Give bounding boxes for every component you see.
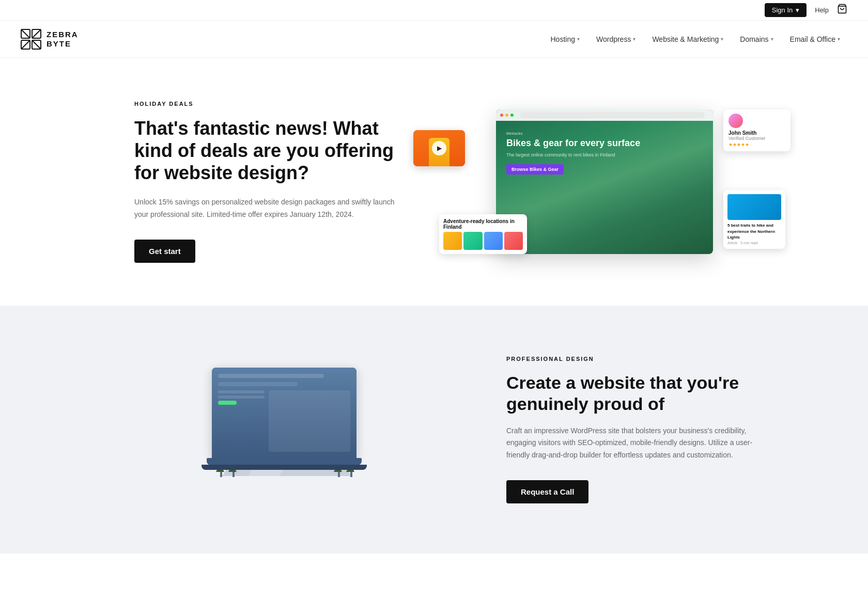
url-bar xyxy=(520,112,705,118)
section2-content: PROFESSIONAL DESIGN Create a website tha… xyxy=(506,356,775,503)
mockup-content: lifetracks Bikes & gear for every surfac… xyxy=(496,121,713,185)
tree-trunk xyxy=(338,472,340,477)
reviewer-stars: ★★★★★ xyxy=(729,142,785,147)
screen-item-2 xyxy=(218,396,265,399)
hero-cta-button[interactable]: Get start xyxy=(134,240,195,263)
article-title: 5 best trails to hike and experience the… xyxy=(727,223,781,240)
logo[interactable]: ZEBRA BYTE xyxy=(21,29,79,50)
svg-line-2 xyxy=(21,29,30,38)
location-thumb-2 xyxy=(463,232,482,250)
laptop-illustration xyxy=(191,362,377,497)
hero-mockup: lifetracks Bikes & gear for every surfac… xyxy=(496,109,713,254)
hero-title: That's fantastic news! What kind of deal… xyxy=(134,117,403,184)
section2: PROFESSIONAL DESIGN Create a website tha… xyxy=(0,306,868,553)
sign-in-label: Sign In xyxy=(772,6,793,14)
svg-line-4 xyxy=(32,29,41,38)
laptop-screen xyxy=(212,368,357,458)
signin-dropdown-icon: ▾ xyxy=(796,6,799,14)
nav-email-label: Email & Office xyxy=(790,35,835,43)
tree-trunk xyxy=(350,472,352,477)
section2-visual xyxy=(93,347,475,512)
section2-cta-button[interactable]: Request a Call xyxy=(506,480,588,503)
hero-description: Unlock 15% savings on personalized websi… xyxy=(134,196,403,221)
reviewer-name: John Smith xyxy=(729,130,785,136)
section2-tag: PROFESSIONAL DESIGN xyxy=(506,356,775,362)
browser-dot-green xyxy=(510,114,514,117)
hero-section: HOLIDAY DEALS That's fantastic news! Wha… xyxy=(72,58,796,306)
location-thumb-4 xyxy=(504,232,523,250)
reviewer-avatar xyxy=(729,114,743,128)
float-location-card: Adventure-ready locations in Finland xyxy=(439,214,527,254)
location-thumbnails xyxy=(443,232,523,250)
top-bar: Sign In ▾ Help xyxy=(0,0,868,21)
section2-title: Create a website that you're genuinely p… xyxy=(506,372,775,415)
float-video-card[interactable]: ▶ xyxy=(413,130,465,166)
browser-dot-red xyxy=(500,114,503,117)
help-label: Help xyxy=(815,6,829,14)
tree-trunk xyxy=(233,472,235,477)
chevron-down-icon: ▾ xyxy=(633,36,636,42)
nav-website-label: Website & Marketing xyxy=(652,35,719,43)
hero-visual: lifetracks Bikes & gear for every surfac… xyxy=(434,99,775,264)
laptop-bottom xyxy=(202,465,367,470)
screen-content xyxy=(212,368,357,458)
screen-item-1 xyxy=(218,390,265,393)
cart-icon[interactable] xyxy=(837,4,847,17)
nav-item-wordpress[interactable]: Wordpress ▾ xyxy=(589,31,643,48)
article-meta: Article · 5 min read xyxy=(727,241,781,245)
nav-wordpress-label: Wordpress xyxy=(596,35,631,43)
navbar: ZEBRA BYTE Hosting ▾ Wordpress ▾ Website… xyxy=(0,21,868,58)
svg-line-8 xyxy=(32,40,41,49)
chevron-down-icon: ▾ xyxy=(577,36,580,42)
section2-inner: PROFESSIONAL DESIGN Create a website tha… xyxy=(72,347,796,512)
mockup-cta[interactable]: Browse Bikes & Gear xyxy=(506,164,564,175)
hero-content: HOLIDAY DEALS That's fantastic news! Wha… xyxy=(134,101,403,263)
nav-hosting-label: Hosting xyxy=(551,35,575,43)
screen-bar-2 xyxy=(218,382,298,386)
chevron-down-icon: ▾ xyxy=(771,36,773,42)
mockup-headline: Bikes & gear for every surface xyxy=(506,138,703,149)
help-button[interactable]: Help xyxy=(815,6,829,14)
float-review-card: John Smith Verified Customer ★★★★★ xyxy=(723,109,791,151)
screen-right xyxy=(269,390,350,452)
reviewer-role: Verified Customer xyxy=(729,136,785,141)
float-article-card: 5 best trails to hike and experience the… xyxy=(723,190,785,249)
screen-left xyxy=(218,390,265,452)
mockup-browser-bar xyxy=(496,109,713,121)
logo-text: ZEBRA BYTE xyxy=(47,30,79,49)
mockup-tagline: lifetracks xyxy=(506,131,703,136)
sign-in-button[interactable]: Sign In ▾ xyxy=(765,3,807,17)
chevron-down-icon: ▾ xyxy=(721,36,723,42)
laptop-base xyxy=(207,458,362,465)
section2-description: Craft an impressive WordPress site that … xyxy=(506,425,775,462)
mockup-sub: The largest online community to rent bik… xyxy=(506,152,703,157)
nav-links: Hosting ▾ Wordpress ▾ Website & Marketin… xyxy=(544,31,848,48)
video-play-button[interactable]: ▶ xyxy=(432,141,446,155)
hero-tag: HOLIDAY DEALS xyxy=(134,101,403,107)
location-thumb-3 xyxy=(484,232,503,250)
svg-line-6 xyxy=(21,40,30,49)
chevron-down-icon: ▾ xyxy=(838,36,840,42)
nav-item-website-marketing[interactable]: Website & Marketing ▾ xyxy=(645,31,731,48)
screen-area xyxy=(218,390,350,452)
screen-green xyxy=(218,401,237,405)
article-image xyxy=(727,194,781,220)
screen-bar-1 xyxy=(218,374,324,378)
location-thumb-1 xyxy=(443,232,462,250)
tree-trunk xyxy=(220,472,222,477)
browser-dot-yellow xyxy=(505,114,508,117)
nav-item-email-office[interactable]: Email & Office ▾ xyxy=(783,31,847,48)
nav-item-hosting[interactable]: Hosting ▾ xyxy=(544,31,587,48)
nav-item-domains[interactable]: Domains ▾ xyxy=(733,31,780,48)
location-title: Adventure-ready locations in Finland xyxy=(443,218,523,230)
nav-domains-label: Domains xyxy=(740,35,768,43)
